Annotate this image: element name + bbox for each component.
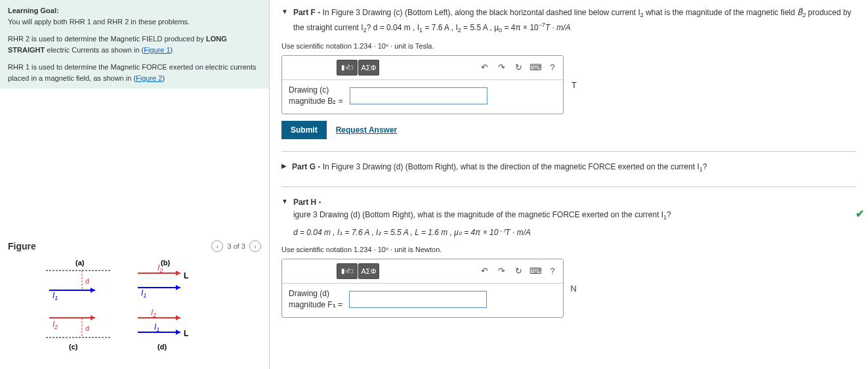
svg-text:I2: I2 bbox=[151, 308, 156, 318]
part-f: ▼ Part F - In Figure 3 Drawing (c) (Bott… bbox=[281, 7, 856, 139]
keyboard-icon-h[interactable]: ⌨ bbox=[529, 265, 542, 278]
help-icon[interactable]: ? bbox=[546, 61, 559, 74]
learning-goal-panel: Learning Goal: You will apply both RHR 1… bbox=[0, 0, 269, 89]
lg-l2a: RHR 2 is used to determine the Magnetic … bbox=[8, 35, 206, 43]
expand-icon[interactable]: ▶ bbox=[281, 162, 287, 169]
redo-icon[interactable]: ↷ bbox=[495, 61, 508, 74]
svg-text:I1: I1 bbox=[141, 288, 146, 299]
svg-text:I1: I1 bbox=[154, 322, 159, 333]
label-a: (a) bbox=[75, 259, 85, 267]
submit-button-f[interactable]: Submit bbox=[281, 121, 327, 139]
svg-text:I1: I1 bbox=[52, 291, 58, 301]
partg-title: Part G - bbox=[292, 162, 323, 171]
template-button[interactable]: ▮√□ bbox=[337, 60, 358, 76]
undo-icon[interactable]: ↶ bbox=[478, 61, 491, 74]
svg-text:L: L bbox=[184, 329, 188, 338]
lbl-magnitude-b2: magnitude B₂ = bbox=[289, 97, 343, 107]
partf-title: Part F - bbox=[293, 8, 323, 17]
lg-l1: You will apply both RHR 1 and RHR 2 in t… bbox=[8, 18, 190, 26]
request-answer-link-f[interactable]: Request Answer bbox=[336, 125, 398, 135]
parth-params: d = 0.04 m , I₁ = 7.6 A , I₂ = 5.5 A , L… bbox=[293, 228, 531, 237]
pager-text: 3 of 3 bbox=[227, 242, 245, 250]
reset-icon[interactable]: ↻ bbox=[512, 61, 525, 74]
figure-image: (a) d I1 (b) I2 L I1 I2 bbox=[0, 252, 269, 369]
figure-pager: ‹ 3 of 3 › bbox=[211, 240, 261, 252]
redo-icon-h[interactable]: ↷ bbox=[495, 265, 508, 278]
svg-marker-22 bbox=[176, 315, 180, 320]
answer-input-h[interactable] bbox=[349, 291, 487, 308]
lg-l2d: ) bbox=[171, 46, 173, 54]
help-icon-h[interactable]: ? bbox=[546, 265, 559, 278]
svg-marker-12 bbox=[176, 285, 180, 290]
pager-next-button[interactable]: › bbox=[249, 240, 261, 252]
lg-l3b: ) bbox=[162, 74, 165, 82]
lbl-drawing-d: Drawing (d) bbox=[289, 289, 329, 299]
lbl-magnitude-f1: magnitude F₁ = bbox=[289, 300, 342, 311]
parth-hint: Use scientific notation 1.234 · 10ⁿ · un… bbox=[281, 246, 856, 253]
undo-icon-h[interactable]: ↶ bbox=[478, 265, 491, 278]
keyboard-icon[interactable]: ⌨ bbox=[529, 61, 542, 74]
unit-newton: N bbox=[571, 283, 577, 293]
answer-box-h: ▮√□ ΑΣΦ ↶ ↷ ↻ ⌨ ? Drawing (d) magnitude … bbox=[281, 259, 564, 318]
pager-prev-button[interactable]: ‹ bbox=[211, 240, 223, 252]
svg-text:(b): (b) bbox=[161, 259, 170, 267]
lg-l3a: RHR 1 is used to determine the Magnetic … bbox=[8, 63, 256, 82]
greek-button-h[interactable]: ΑΣΦ bbox=[358, 263, 379, 279]
greek-button[interactable]: ΑΣΦ bbox=[358, 60, 379, 76]
svg-text:(d): (d) bbox=[157, 343, 167, 351]
svg-text:(c): (c) bbox=[69, 343, 78, 351]
template-button-h[interactable]: ▮√□ bbox=[337, 263, 358, 279]
lbl-drawing-c: Drawing (c) bbox=[289, 85, 329, 96]
answer-box-f: ▮√□ ΑΣΦ ↶ ↷ ↻ ⌨ ? Drawing (c) magnitude … bbox=[281, 55, 564, 114]
collapse-icon[interactable]: ▼ bbox=[281, 8, 288, 15]
parth-title: Part H - bbox=[293, 198, 321, 207]
svg-marker-15 bbox=[91, 315, 95, 320]
lg-l2c: electric Currents as shown in ( bbox=[45, 46, 144, 54]
svg-marker-4 bbox=[91, 288, 95, 293]
svg-text:d: d bbox=[85, 324, 89, 332]
unit-tesla: T bbox=[571, 79, 577, 89]
reset-icon-h[interactable]: ↻ bbox=[512, 265, 525, 278]
svg-text:d: d bbox=[85, 277, 89, 285]
svg-text:I2: I2 bbox=[52, 320, 58, 330]
svg-marker-25 bbox=[176, 330, 180, 335]
partf-hint: Use scientific notation 1.234 · 10ⁿ · un… bbox=[281, 42, 856, 50]
svg-text:L: L bbox=[184, 271, 188, 280]
figure2-link[interactable]: Figure 2 bbox=[136, 74, 162, 82]
collapse-icon-h[interactable]: ▼ bbox=[281, 198, 288, 205]
check-icon: ✔ bbox=[856, 207, 864, 220]
lg-title: Learning Goal: bbox=[8, 7, 59, 14]
figure1-link[interactable]: Figure 1 bbox=[144, 46, 170, 54]
part-g: ▶ Part G - In Figure 3 Drawing (d) (Bott… bbox=[281, 161, 856, 175]
part-h: ▼ Part H - igure 3 Drawing (d) (Bottom R… bbox=[281, 196, 856, 318]
svg-marker-8 bbox=[176, 271, 180, 276]
figure-title: Figure bbox=[8, 241, 36, 251]
answer-input-f[interactable] bbox=[350, 87, 487, 104]
